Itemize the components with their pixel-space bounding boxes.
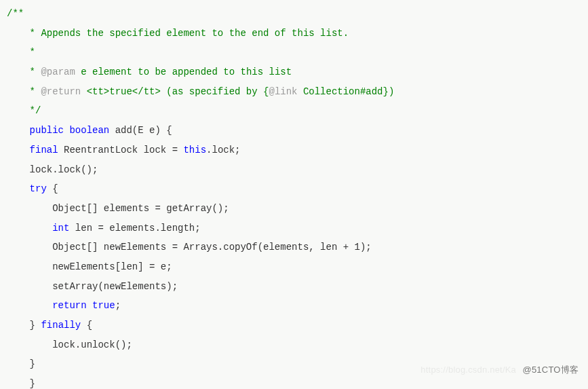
code-token: @param — [41, 67, 75, 77]
code-token — [87, 300, 92, 311]
code-token: boolean — [69, 125, 109, 136]
watermark-faint: https://blog.csdn.net/Ka — [420, 361, 516, 379]
code-line: /** — [7, 4, 581, 24]
code-token: } — [30, 378, 35, 389]
code-token: newElements[len] = e; — [52, 261, 172, 272]
code-token: lock.unlock(); — [52, 339, 132, 350]
code-token: try — [30, 183, 47, 194]
code-line: int len = elements.length; — [7, 219, 581, 238]
code-token: * — [30, 67, 41, 77]
code-token: add(E e) { — [109, 125, 172, 136]
code-token: ; — [115, 300, 121, 311]
code-token: Object[] elements = getArray(); — [52, 203, 229, 214]
code-token: { — [47, 183, 58, 194]
code-line: newElements[len] = e; — [7, 257, 581, 277]
code-line: Object[] elements = getArray(); — [7, 199, 581, 219]
code-token: public — [30, 125, 64, 136]
code-token: Collection#add}) — [298, 86, 395, 97]
code-token: setArray(newElements); — [52, 281, 178, 292]
code-token: * — [30, 86, 41, 97]
code-line: lock.unlock(); — [7, 335, 581, 355]
code-token: Object[] newElements = Arrays.copyOf(ele… — [52, 242, 371, 253]
code-line: } finally { — [7, 316, 581, 335]
watermark-main: @51CTO博客 — [523, 361, 579, 379]
code-token: * — [30, 47, 35, 58]
code-token: ReentrantLock lock = — [58, 145, 184, 155]
code-token: } — [30, 320, 41, 331]
code-token: true — [92, 300, 115, 311]
code-token: <tt>true</tt> (as specified by { — [81, 86, 269, 97]
code-line: * — [7, 43, 581, 62]
code-token: e element to be appended to this list — [75, 67, 292, 77]
code-token: @link — [269, 86, 297, 97]
code-line: Object[] newElements = Arrays.copyOf(ele… — [7, 238, 581, 257]
code-token: } — [30, 358, 35, 369]
code-token: @return — [41, 86, 81, 97]
code-token: { — [81, 320, 92, 331]
code-line: try { — [7, 179, 581, 199]
code-token: lock.lock(); — [30, 164, 98, 175]
code-line: setArray(newElements); — [7, 277, 581, 297]
code-token: final — [30, 145, 58, 155]
code-line: public boolean add(E e) { — [7, 121, 581, 141]
code-line: * @param e element to be appended to thi… — [7, 62, 581, 82]
code-line: */ — [7, 101, 581, 121]
code-token: finally — [41, 320, 81, 331]
code-token: len = elements.length; — [69, 223, 200, 234]
code-line: * @return <tt>true</tt> (as specified by… — [7, 82, 581, 102]
code-token: /** — [7, 8, 24, 19]
code-line: * Appends the specified element to the e… — [7, 24, 581, 43]
code-block: /** * Appends the specified element to t… — [0, 0, 588, 389]
code-token: * Appends the specified element to the e… — [30, 28, 349, 39]
code-line: return true; — [7, 296, 581, 316]
code-token: this — [183, 145, 206, 155]
code-line: final ReentrantLock lock = this.lock; — [7, 141, 581, 160]
code-token: int — [52, 223, 69, 234]
code-token: return — [52, 300, 86, 311]
code-token: .lock; — [206, 145, 240, 155]
code-token: */ — [30, 105, 41, 116]
code-line: lock.lock(); — [7, 160, 581, 180]
